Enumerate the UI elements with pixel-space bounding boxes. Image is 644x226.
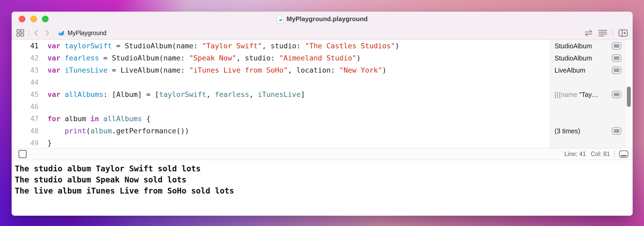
code-line[interactable]: 41var taylorSwift = StudioAlbum(name: "T… bbox=[12, 40, 550, 52]
result-label: StudioAlbum bbox=[555, 42, 609, 50]
result-label: LiveAlbum bbox=[555, 67, 609, 74]
breadcrumb-label: MyPlayground bbox=[68, 30, 106, 37]
code-text: var iTunesLive = LiveAlbum(name: "iTunes… bbox=[48, 64, 386, 76]
result-label: StudioAlbum bbox=[555, 54, 609, 62]
breadcrumb[interactable]: MyPlayground bbox=[56, 29, 106, 37]
cursor-position: Line: 41Col: 81 bbox=[564, 150, 610, 158]
result-quicklook-button[interactable] bbox=[612, 91, 622, 98]
back-button[interactable] bbox=[33, 30, 40, 36]
result-quicklook-button[interactable] bbox=[612, 42, 622, 50]
code-line[interactable]: 46 bbox=[12, 101, 550, 113]
playground-window: MyPlayground.playground bbox=[12, 12, 633, 216]
toolbar-separator bbox=[29, 30, 29, 36]
close-button[interactable] bbox=[19, 16, 25, 22]
code-review-icon[interactable] bbox=[584, 29, 593, 37]
swift-bird-icon bbox=[56, 29, 65, 37]
code-text: var taylorSwift = StudioAlbum(name: "Tay… bbox=[48, 40, 399, 52]
code-line[interactable]: 44 bbox=[12, 76, 550, 88]
result-row: (3 times) bbox=[550, 125, 625, 137]
result-row: [{{name "Tay… bbox=[550, 88, 625, 101]
toolbar-separator bbox=[613, 30, 613, 36]
console-line: The studio album Taylor Swift sold lots bbox=[15, 163, 633, 174]
code-text: print(album.getPerformance()) bbox=[48, 125, 189, 137]
line-number[interactable]: 44 bbox=[12, 76, 39, 88]
stop-button[interactable] bbox=[18, 150, 27, 158]
result-row: StudioAlbum bbox=[550, 52, 625, 64]
line-number[interactable]: 42 bbox=[12, 52, 39, 64]
minimize-button[interactable] bbox=[30, 16, 37, 22]
result-quicklook-button[interactable] bbox=[612, 66, 622, 74]
console-line: The live album iTunes Live from SoHo sol… bbox=[15, 185, 633, 196]
line-number[interactable]: 46 bbox=[12, 101, 39, 113]
traffic-lights bbox=[19, 16, 49, 22]
hide-console-icon[interactable] bbox=[619, 150, 628, 158]
result-row: StudioAlbum bbox=[550, 40, 625, 52]
console-line: The studio album Speak Now sold lots bbox=[15, 174, 633, 185]
line-number[interactable]: 45 bbox=[12, 88, 39, 101]
code-line[interactable]: 45var allAlbums: [Album] = [taylorSwift,… bbox=[12, 88, 550, 101]
code-text: var fearless = StudioAlbum(name: "Speak … bbox=[48, 52, 361, 64]
scrollbar-track[interactable] bbox=[625, 40, 633, 148]
code-line[interactable]: 49} bbox=[12, 137, 550, 148]
result-label: [{{name "Tay… bbox=[555, 91, 609, 98]
code-line[interactable]: 47for album in allAlbums { bbox=[12, 113, 550, 125]
scrollbar-thumb[interactable] bbox=[627, 87, 631, 107]
fullscreen-button[interactable] bbox=[42, 16, 49, 22]
code-line[interactable]: 42var fearless = StudioAlbum(name: "Spea… bbox=[12, 52, 550, 64]
code-text: for album in allAlbums { bbox=[48, 113, 150, 125]
result-quicklook-button[interactable] bbox=[612, 54, 622, 62]
window-title: MyPlayground.playground bbox=[287, 15, 368, 23]
code-editor[interactable]: 41var taylorSwift = StudioAlbum(name: "T… bbox=[12, 40, 550, 148]
code-line[interactable]: 48 print(album.getPerformance()) bbox=[12, 125, 550, 137]
result-quicklook-button[interactable] bbox=[612, 127, 622, 135]
line-number[interactable]: 49 bbox=[12, 137, 39, 148]
forward-button[interactable] bbox=[44, 30, 50, 36]
code-text: var allAlbums: [Album] = [taylorSwift, f… bbox=[48, 88, 305, 101]
result-label: (3 times) bbox=[555, 127, 609, 135]
playground-results-sidebar: StudioAlbumStudioAlbumLiveAlbum[{{name "… bbox=[550, 40, 625, 148]
debugbar-separator bbox=[614, 151, 615, 158]
result-row: LiveAlbum bbox=[550, 64, 625, 76]
related-items-icon[interactable] bbox=[16, 29, 24, 37]
line-number[interactable]: 41 bbox=[12, 40, 39, 52]
line-number[interactable]: 48 bbox=[12, 125, 39, 137]
adjust-editor-options-icon[interactable] bbox=[598, 30, 607, 36]
line-number[interactable]: 43 bbox=[12, 64, 39, 76]
editor-toolbar: MyPlayground bbox=[12, 26, 633, 40]
line-number[interactable]: 47 bbox=[12, 113, 39, 125]
console-output[interactable]: The studio album Taylor Swift sold lotsT… bbox=[12, 160, 633, 216]
debug-bar: Line: 41Col: 81 bbox=[12, 148, 633, 160]
window-titlebar[interactable]: MyPlayground.playground bbox=[12, 12, 633, 26]
code-line[interactable]: 43var iTunesLive = LiveAlbum(name: "iTun… bbox=[12, 64, 550, 76]
playground-document-icon bbox=[277, 15, 284, 23]
add-editor-icon[interactable] bbox=[618, 29, 628, 37]
code-text: } bbox=[48, 137, 52, 148]
